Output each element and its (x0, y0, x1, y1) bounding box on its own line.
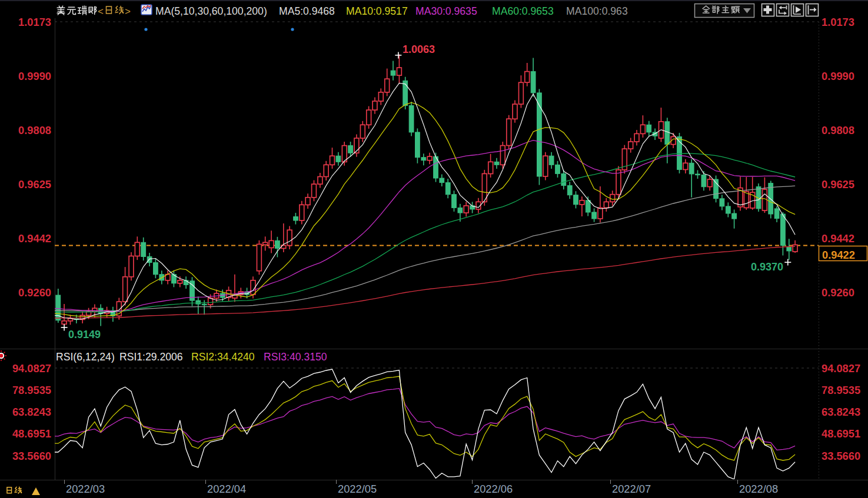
svg-text:MA(5,10,30,60,100,200): MA(5,10,30,60,100,200) (155, 5, 267, 17)
svg-text:0.9422: 0.9422 (822, 249, 855, 261)
svg-text:78.9535: 78.9535 (12, 384, 51, 396)
svg-text:2022/04: 2022/04 (207, 483, 246, 495)
svg-text:MA100:0.963: MA100:0.963 (566, 5, 628, 17)
svg-text:0.9260: 0.9260 (18, 286, 51, 299)
svg-text:48.6951: 48.6951 (12, 427, 51, 440)
svg-text:MA10:0.9517: MA10:0.9517 (346, 5, 408, 17)
svg-text:1.0173: 1.0173 (18, 16, 51, 28)
svg-text:RSI(6,12,24): RSI(6,12,24) (56, 351, 115, 363)
svg-text:94.0827: 94.0827 (822, 362, 860, 375)
svg-text:0.9808: 0.9808 (822, 124, 854, 136)
svg-text:0.9260: 0.9260 (822, 286, 854, 299)
svg-text:63.8243: 63.8243 (12, 406, 51, 418)
svg-text:33.5660: 33.5660 (822, 450, 860, 462)
svg-text:78.9535: 78.9535 (822, 384, 860, 396)
svg-text:MA30:0.9635: MA30:0.9635 (415, 5, 477, 17)
svg-text:94.0827: 94.0827 (12, 362, 51, 375)
svg-text:0.9442: 0.9442 (822, 232, 854, 245)
svg-text:1.0063: 1.0063 (403, 44, 435, 55)
svg-text:48.6951: 48.6951 (822, 427, 860, 440)
svg-text:0.9625: 0.9625 (822, 178, 854, 190)
svg-text:2022/06: 2022/06 (474, 483, 513, 495)
svg-text:2022/05: 2022/05 (338, 483, 377, 495)
svg-text:MA5:0.9468: MA5:0.9468 (279, 5, 335, 17)
svg-text:2022/07: 2022/07 (612, 483, 651, 495)
svg-text:0.9442: 0.9442 (18, 232, 51, 245)
svg-text:RSI3:40.3150: RSI3:40.3150 (264, 351, 327, 363)
svg-text:0.9990: 0.9990 (18, 70, 51, 82)
svg-text:63.8243: 63.8243 (822, 406, 860, 418)
svg-text:0.9990: 0.9990 (822, 70, 854, 82)
svg-text:MA60:0.9653: MA60:0.9653 (492, 5, 554, 17)
svg-text:1.0173: 1.0173 (822, 16, 854, 28)
svg-text:2022/03: 2022/03 (66, 483, 105, 495)
svg-text:0.9149: 0.9149 (68, 329, 101, 340)
svg-text:RSI1:29.2006: RSI1:29.2006 (119, 351, 183, 363)
svg-text:0.9808: 0.9808 (18, 124, 51, 136)
svg-text:0.9625: 0.9625 (18, 178, 51, 190)
svg-text:>: > (125, 6, 131, 17)
svg-text:0.9370: 0.9370 (751, 261, 783, 273)
svg-text:33.5660: 33.5660 (12, 450, 51, 462)
svg-text:<: < (98, 6, 104, 17)
svg-text:2022/08: 2022/08 (739, 483, 778, 495)
svg-text:RSI2:34.4240: RSI2:34.4240 (191, 351, 255, 363)
